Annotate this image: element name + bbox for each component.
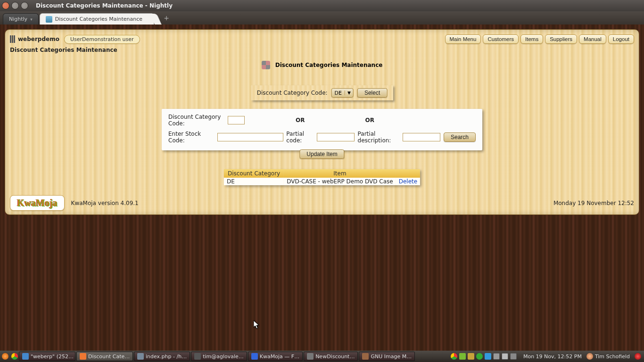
cell-item: DVD-CASE - webERP Demo DVD Case <box>284 178 396 185</box>
chevron-down-icon: ▼ <box>345 90 353 95</box>
window-minimize-icon[interactable] <box>11 2 19 9</box>
tray-icon[interactable] <box>493 353 500 360</box>
window-titlebar: Discount Categories Maintenance - Nightl… <box>0 0 644 11</box>
mouse-cursor-icon <box>254 321 260 332</box>
discount-code-value: DE <box>332 90 345 96</box>
selector-bar: Discount Category Code: DE ▼ Select <box>251 85 393 100</box>
tray-icon[interactable] <box>510 353 517 360</box>
taskbar-item[interactable]: GNU Image M… <box>359 352 415 361</box>
page-title: Discount Categories Maintenance <box>10 47 117 53</box>
database-icon <box>10 35 15 43</box>
chrome-icon[interactable] <box>11 353 18 360</box>
chevron-down-icon: ▾ <box>30 17 33 22</box>
version-text: KwaMoja version 4.09.1 <box>71 200 139 206</box>
user-name: Demonstration user <box>82 36 134 42</box>
partial-code-label: Partial code: <box>286 131 315 144</box>
tray-icon[interactable] <box>468 353 474 360</box>
taskbar-item[interactable]: "weberp" (252… <box>19 352 75 361</box>
tab-favicon-icon <box>46 16 52 23</box>
tray-icon[interactable] <box>502 353 508 360</box>
tab-pinned-label: Nightly <box>9 16 27 22</box>
taskbar-item[interactable]: KwaMoja — F… <box>248 352 303 361</box>
browser-tab-bar: Nightly ▾ Discount Categories Maintenanc… <box>0 11 644 25</box>
window-title: Discount Categories Maintenance - Nightl… <box>36 2 173 9</box>
taskbar-label: GNU Image M… <box>371 354 412 360</box>
table-row: DE DVD-CASE - webERP Demo DVD Case Delet… <box>224 178 420 185</box>
stock-code-label: Enter Stock Code: <box>168 131 217 144</box>
or-label-1: OR <box>296 117 305 123</box>
tray-icon[interactable] <box>451 353 457 360</box>
nav-logout[interactable]: Logout <box>608 34 634 44</box>
partial-code-input[interactable] <box>317 133 355 141</box>
taskbar-label: Discount Cate… <box>88 354 130 360</box>
app-icon <box>251 353 258 360</box>
taskbar-label: "weberp" (252… <box>31 354 74 360</box>
page-footer: KwaMoja KwaMoja version 4.09.1 Monday 19… <box>10 195 634 211</box>
nav-customers[interactable]: Customers <box>483 34 519 44</box>
taskbar-item[interactable]: tim@aglovale… <box>191 352 247 361</box>
tools-icon <box>262 61 270 69</box>
taskbar-clock[interactable]: Mon 19 Nov, 12:52 PM <box>523 354 582 360</box>
delete-link[interactable]: Delete <box>399 178 417 185</box>
nav-manual[interactable]: Manual <box>579 34 606 44</box>
center-heading-text: Discount Categories Maintenance <box>275 62 383 68</box>
power-icon[interactable] <box>635 353 641 360</box>
tray-icon[interactable] <box>459 353 466 360</box>
update-item-button[interactable]: Update Item <box>299 149 344 159</box>
nav-main-menu[interactable]: Main Menu <box>445 34 481 44</box>
start-menu-icon[interactable] <box>2 353 8 360</box>
page-content: weberpdemo UserDemonstration user Main M… <box>5 29 639 215</box>
taskbar-user[interactable]: Tim Schofield <box>595 354 630 360</box>
table-header-row: Discount Category Item <box>224 169 420 178</box>
app-icon <box>194 353 201 360</box>
update-bar: Update Item <box>299 149 344 159</box>
or-label-2: OR <box>365 117 374 123</box>
partial-desc-input[interactable] <box>403 133 440 141</box>
footer-date: Monday 19 November 12:52 <box>553 200 634 206</box>
window-maximize-icon[interactable] <box>21 2 28 9</box>
taskbar-label: NewDiscount… <box>315 354 355 360</box>
search-panel: Discount Category Code: OR OR Enter Stoc… <box>162 109 482 150</box>
nav-items[interactable]: Items <box>520 34 543 44</box>
col-discount-category: Discount Category <box>224 169 284 178</box>
partial-desc-label: Partial description: <box>358 131 401 144</box>
tray-icon[interactable] <box>476 353 483 360</box>
taskbar-label: index.php - /h… <box>146 354 187 360</box>
user-avatar-icon[interactable] <box>586 353 593 360</box>
app-icon <box>80 353 86 360</box>
taskbar-item[interactable]: NewDiscount… <box>304 352 358 361</box>
tab-active[interactable]: Discount Categories Maintenance <box>40 13 154 25</box>
search-button[interactable]: Search <box>444 132 476 142</box>
select-button[interactable]: Select <box>357 88 387 98</box>
app-icon <box>362 353 369 360</box>
col-actions <box>396 169 420 178</box>
results-table: Discount Category Item DE DVD-CASE - web… <box>224 169 420 185</box>
tray-icon[interactable] <box>485 353 491 360</box>
discount-code-select[interactable]: DE ▼ <box>331 88 354 98</box>
kwamoja-logo[interactable]: KwaMoja <box>10 195 65 211</box>
taskbar-item[interactable]: index.php - /h… <box>134 352 190 361</box>
app-icon <box>22 353 29 360</box>
new-tab-button[interactable]: + <box>162 14 171 22</box>
company-name: weberpdemo <box>18 36 59 42</box>
taskbar-label: tim@aglovale… <box>203 354 244 360</box>
col-item: Item <box>284 169 396 178</box>
taskbar-item[interactable]: Discount Cate… <box>76 352 133 361</box>
user-prefix: User <box>70 36 82 42</box>
cell-category: DE <box>224 178 284 185</box>
tab-active-label: Discount Categories Maintenance <box>55 16 142 22</box>
app-icon <box>137 353 144 360</box>
taskbar-label: KwaMoja — F… <box>260 354 299 360</box>
discount-code-input[interactable] <box>228 116 245 124</box>
system-tray: Mon 19 Nov, 12:52 PM Tim Schofield <box>451 353 644 360</box>
taskbar: "weberp" (252… Discount Cate… index.php … <box>0 351 644 362</box>
tab-pinned[interactable]: Nightly ▾ <box>3 13 39 25</box>
selector-label: Discount Category Code: <box>257 90 328 96</box>
nav-suppliers[interactable]: Suppliers <box>545 34 577 44</box>
page-header: weberpdemo UserDemonstration user Main M… <box>10 34 634 44</box>
discount-code-label: Discount Category Code: <box>168 114 228 127</box>
user-pill[interactable]: UserDemonstration user <box>64 35 140 44</box>
window-close-icon[interactable] <box>2 2 9 9</box>
stock-code-input[interactable] <box>217 133 283 141</box>
center-heading: Discount Categories Maintenance <box>5 60 639 69</box>
